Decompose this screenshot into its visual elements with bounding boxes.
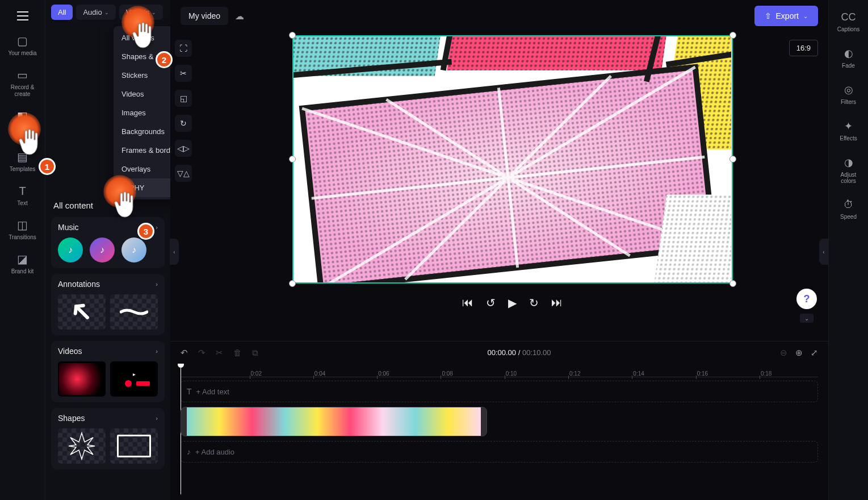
dd-backgrounds[interactable]: Backgrounds: [114, 122, 170, 141]
rail-label: Transitions: [9, 234, 36, 241]
right-fade[interactable]: ◐ Fade: [832, 41, 866, 74]
current-time: 00:00.00: [487, 348, 516, 357]
music-icon: ♪: [100, 245, 104, 255]
zoom-out-button[interactable]: ⊖: [780, 348, 787, 358]
dd-giphy[interactable]: GIPHY: [114, 178, 170, 197]
shape-thumb[interactable]: [58, 428, 106, 464]
section-shapes-header[interactable]: Shapes ›: [58, 414, 158, 423]
right-filters[interactable]: ◎ Filters: [832, 78, 866, 111]
rail-brand-kit[interactable]: ◪ Brand kit: [3, 248, 43, 280]
sidebar-collapse[interactable]: ‹: [170, 239, 179, 265]
help-button[interactable]: ?: [796, 289, 817, 309]
annotation-thumb[interactable]: [110, 294, 158, 330]
dd-frames-borders[interactable]: Frames & borders: [114, 141, 170, 160]
skip-end-button[interactable]: ⏭: [551, 296, 563, 309]
resize-handle[interactable]: [729, 280, 736, 287]
help-collapse[interactable]: ⌄: [800, 314, 814, 323]
content-sidebar: All Audio ⌄ Visuals ⌄ All visuals Shapes…: [45, 0, 170, 500]
canvas-tools: ⛶ ✂ ◱ ↻ ◁▷ ▽△: [170, 32, 196, 341]
section-title: Music: [58, 223, 79, 232]
shape-thumb[interactable]: [110, 428, 158, 464]
section-annotations-header[interactable]: Annotations ›: [58, 280, 158, 289]
rail-label: Templates: [10, 166, 36, 173]
filter-tab-all[interactable]: All: [51, 5, 73, 20]
annotation-thumb[interactable]: [58, 294, 106, 330]
rewind-button[interactable]: ↺: [486, 296, 496, 310]
rail-transitions[interactable]: ◫ Transitions: [3, 214, 43, 245]
redo-button[interactable]: ↷: [198, 348, 206, 358]
skip-start-button[interactable]: ⏮: [462, 296, 473, 309]
rail-record-create[interactable]: ▭ Record & create: [3, 64, 43, 102]
music-thumb[interactable]: ♪: [58, 238, 83, 262]
dd-stickers[interactable]: Stickers: [114, 66, 170, 85]
right-adjust-colors[interactable]: ◑ Adjust colors: [832, 151, 866, 190]
time-sep: /: [516, 348, 522, 357]
video-clip[interactable]: [181, 407, 487, 436]
crop-tool[interactable]: ✂: [175, 65, 192, 82]
export-label: Export: [776, 11, 799, 20]
zoom-fit-button[interactable]: ⤢: [811, 348, 818, 358]
audio-track[interactable]: ♪ + Add audio: [181, 441, 818, 463]
chevron-right-icon: ›: [156, 415, 158, 422]
right-captions[interactable]: CC Captions: [832, 6, 866, 38]
zoom-in-button[interactable]: ⊕: [795, 348, 803, 358]
aspect-ratio-button[interactable]: 16:9: [789, 40, 818, 56]
dd-overlays[interactable]: Overlays ›: [114, 160, 170, 178]
export-button[interactable]: ⇧ Export ⌄: [754, 6, 818, 26]
text-icon: T: [19, 184, 26, 198]
dd-shapes-annotations[interactable]: Shapes & annotations: [114, 47, 170, 66]
ruler-mark: 0:14: [633, 370, 644, 377]
clip-handle-right[interactable]: [481, 407, 487, 436]
duplicate-button[interactable]: ⧉: [252, 348, 258, 358]
right-effects[interactable]: ✦ Effects: [832, 114, 866, 147]
forward-button[interactable]: ↻: [529, 296, 539, 310]
flip-v-tool[interactable]: ▽△: [175, 165, 192, 182]
dd-label: Videos: [121, 90, 144, 98]
timeline-ruler[interactable]: 0:02 0:04 0:06 0:08 0:10 0:12 0:14 0:16 …: [181, 364, 818, 377]
svg-rect-2: [136, 381, 150, 386]
cloud-sync-icon[interactable]: ☁: [235, 11, 244, 22]
preview-canvas[interactable]: [292, 35, 733, 284]
fade-icon: ◐: [844, 47, 853, 60]
stage: 16:9: [196, 32, 828, 341]
rail-text[interactable]: T Text: [3, 180, 43, 211]
clip-handle-left[interactable]: [181, 407, 187, 436]
video-thumb[interactable]: ▶: [110, 361, 158, 397]
music-thumb[interactable]: ♪: [121, 238, 146, 262]
stage-wrap: ⛶ ✂ ◱ ↻ ◁▷ ▽△ 16:9: [170, 32, 828, 341]
music-thumb[interactable]: ♪: [90, 238, 115, 262]
split-button[interactable]: ✂: [216, 348, 223, 358]
section-music-header[interactable]: Music ›: [58, 223, 158, 232]
play-button[interactable]: ▶: [508, 296, 517, 310]
visuals-dropdown: All visuals Shapes & annotations Sticker…: [114, 26, 170, 199]
filter-tab-audio[interactable]: Audio ⌄: [76, 5, 115, 20]
fit-tool[interactable]: ⛶: [175, 40, 192, 57]
delete-button[interactable]: 🗑: [233, 348, 242, 357]
undo-button[interactable]: ↶: [181, 348, 188, 358]
ruler-mark: 0:12: [569, 370, 580, 377]
resize-handle[interactable]: [289, 156, 296, 163]
rotate-tool[interactable]: ↻: [175, 115, 192, 132]
track-label: + Add audio: [195, 448, 234, 456]
text-track[interactable]: T + Add text: [181, 381, 818, 402]
resize-handle[interactable]: [289, 32, 296, 39]
rail-templates[interactable]: ▤ Templates: [3, 145, 43, 177]
right-panel-expand[interactable]: ‹: [819, 239, 828, 265]
rail-content-library[interactable]: ◧ Content library: [3, 105, 43, 143]
hamburger-menu[interactable]: [11, 5, 34, 27]
rail-your-media[interactable]: ▢ Your media: [3, 30, 43, 61]
dd-videos[interactable]: Videos ›: [114, 85, 170, 103]
resize-handle[interactable]: [289, 280, 296, 287]
flip-h-tool[interactable]: ◁▷: [175, 140, 192, 157]
right-speed[interactable]: ⏱ Speed: [832, 193, 866, 226]
resize-handle[interactable]: [729, 156, 736, 163]
video-thumb[interactable]: [58, 361, 106, 397]
section-videos-header[interactable]: Videos ›: [58, 347, 158, 356]
project-title-input[interactable]: My video: [181, 7, 228, 25]
filter-tab-visuals[interactable]: Visuals ⌄: [119, 5, 163, 20]
pip-tool[interactable]: ◱: [175, 90, 192, 107]
resize-handle[interactable]: [729, 32, 736, 39]
dd-images[interactable]: Images: [114, 103, 170, 122]
dd-all-visuals[interactable]: All visuals: [114, 28, 170, 47]
ruler-mark: 0:18: [761, 370, 771, 377]
